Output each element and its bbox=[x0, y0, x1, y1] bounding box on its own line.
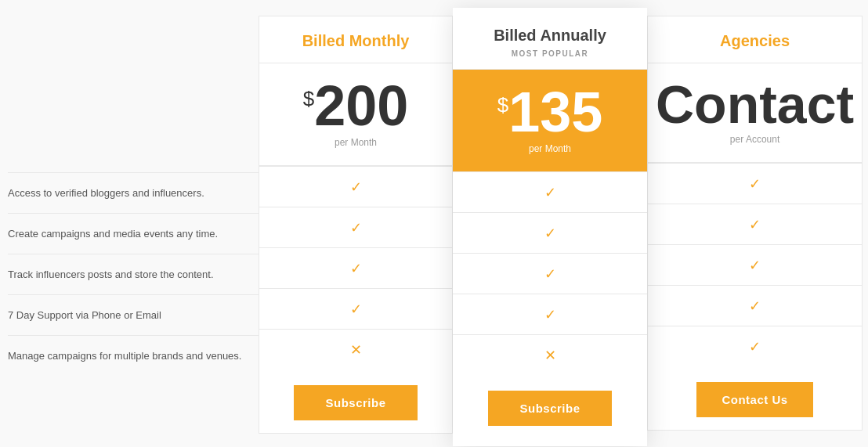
check-icon: ✓ bbox=[749, 175, 761, 193]
check-icon: ✓ bbox=[544, 265, 556, 283]
plan-header-monthly: Billed Monthly bbox=[259, 16, 452, 63]
plan-feature-row-monthly-0: ✓ bbox=[259, 166, 452, 207]
plan-feature-row-monthly-2: ✓ bbox=[259, 247, 452, 288]
plan-feature-row-agencies-2: ✓ bbox=[648, 244, 862, 285]
plan-name-annually: Billed Annually bbox=[461, 27, 639, 45]
subscribe-button-annually[interactable]: Subscribe bbox=[488, 391, 611, 426]
plan-col-monthly: Billed Monthly$200per Month✓✓✓✓✕Subscrib… bbox=[259, 16, 453, 434]
plan-feature-row-monthly-1: ✓ bbox=[259, 207, 452, 247]
price-amount-annually: $135 bbox=[461, 84, 639, 140]
plan-feature-row-agencies-1: ✓ bbox=[648, 204, 862, 244]
plan-header-agencies: Agencies bbox=[648, 16, 862, 63]
price-period-annually: per Month bbox=[461, 143, 639, 154]
contact-us-button[interactable]: Contact Us bbox=[696, 382, 812, 417]
check-icon: ✓ bbox=[350, 219, 362, 236]
price-box-agencies: Contactper Account bbox=[648, 63, 862, 163]
plan-name-monthly: Billed Monthly bbox=[267, 32, 444, 50]
plan-feature-row-agencies-0: ✓ bbox=[648, 163, 862, 204]
cross-icon: ✕ bbox=[350, 341, 362, 359]
feature-label-1: Access to verified bloggers and influenc… bbox=[8, 172, 259, 213]
plan-feature-row-monthly-3: ✓ bbox=[259, 288, 452, 329]
plan-col-annually: Billed AnnuallyMOST POPULAR$135per Month… bbox=[453, 8, 647, 446]
check-icon: ✓ bbox=[749, 257, 761, 274]
feature-label-2: Create campaigns and media events any ti… bbox=[8, 213, 259, 254]
check-icon: ✓ bbox=[544, 184, 556, 201]
plan-cta-agencies: Contact Us bbox=[648, 366, 862, 430]
feature-label-5: Manage campaigns for multiple brands and… bbox=[8, 335, 259, 376]
check-icon: ✓ bbox=[350, 301, 362, 318]
price-amount-monthly: $200 bbox=[267, 78, 444, 134]
plan-feature-row-annually-4: ✕ bbox=[453, 334, 647, 375]
plan-feature-row-annually-3: ✓ bbox=[453, 294, 647, 334]
plan-name-agencies: Agencies bbox=[656, 32, 854, 50]
plan-feature-row-agencies-3: ✓ bbox=[648, 285, 862, 326]
contact-text-agencies: Contact bbox=[656, 78, 854, 131]
plan-feature-row-monthly-4: ✕ bbox=[259, 329, 452, 369]
check-icon: ✓ bbox=[350, 178, 362, 196]
features-column: Access to verified bloggers and influenc… bbox=[8, 16, 259, 376]
plan-col-agencies: AgenciesContactper Account✓✓✓✓✓Contact U… bbox=[647, 16, 863, 431]
check-icon: ✓ bbox=[749, 297, 761, 315]
price-period-agencies: per Account bbox=[656, 134, 854, 145]
check-icon: ✓ bbox=[350, 260, 362, 277]
feature-label-3: Track influencers posts and store the co… bbox=[8, 254, 259, 294]
pricing-wrapper: Access to verified bloggers and influenc… bbox=[0, 0, 868, 447]
plan-cta-annually: Subscribe bbox=[453, 375, 647, 438]
plan-feature-row-annually-0: ✓ bbox=[453, 171, 647, 212]
subscribe-button-monthly[interactable]: Subscribe bbox=[294, 385, 417, 420]
most-popular-badge-annually: MOST POPULAR bbox=[461, 49, 639, 58]
plan-feature-row-agencies-4: ✓ bbox=[648, 326, 862, 366]
plan-header-annually: Billed AnnuallyMOST POPULAR bbox=[453, 8, 647, 70]
check-icon: ✓ bbox=[544, 225, 556, 242]
price-period-monthly: per Month bbox=[267, 137, 444, 148]
check-icon: ✓ bbox=[749, 216, 761, 233]
check-icon: ✓ bbox=[544, 306, 556, 323]
feature-label-4: 7 Day Support via Phone or Email bbox=[8, 294, 259, 335]
plan-feature-row-annually-2: ✓ bbox=[453, 253, 647, 294]
plan-feature-row-annually-1: ✓ bbox=[453, 212, 647, 253]
plan-cta-monthly: Subscribe bbox=[259, 369, 452, 433]
price-box-annually: $135per Month bbox=[453, 70, 647, 171]
price-box-monthly: $200per Month bbox=[259, 63, 452, 166]
cross-icon: ✕ bbox=[544, 347, 556, 364]
check-icon: ✓ bbox=[749, 338, 761, 355]
